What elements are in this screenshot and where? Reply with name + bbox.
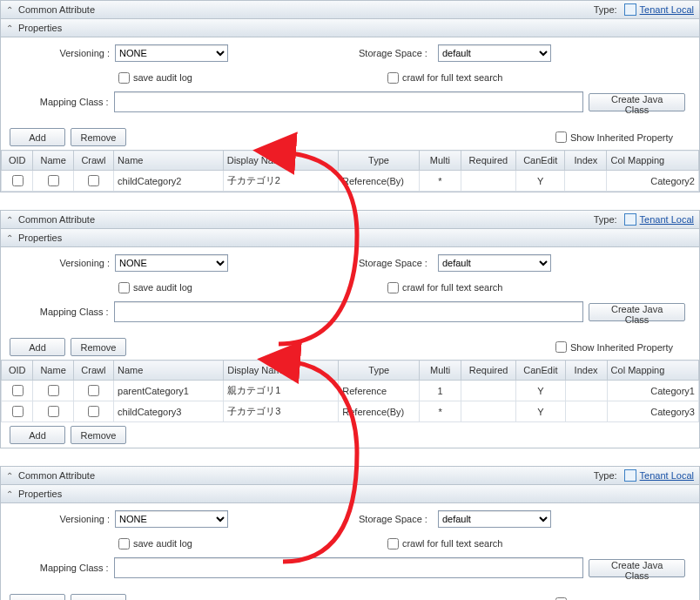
- col-header[interactable]: Crawl: [73, 151, 113, 171]
- form-area: Versioning :NONEStorage Space :defaultsa…: [1, 37, 699, 125]
- tenant-local-link[interactable]: Tenant Local: [640, 214, 694, 225]
- col-header[interactable]: Col Mapping: [607, 361, 698, 381]
- col-header[interactable]: OID: [2, 361, 33, 381]
- collapse-icon[interactable]: ⌃: [6, 24, 13, 33]
- mapping-label: Mapping Class :: [10, 563, 114, 573]
- versioning-label: Versioning :: [10, 48, 115, 58]
- col-header[interactable]: OID: [2, 151, 33, 171]
- crawl-checkbox[interactable]: [387, 72, 399, 84]
- tenant-local-link[interactable]: Tenant Local: [640, 4, 694, 15]
- col-header[interactable]: Name: [114, 361, 224, 381]
- collapse-icon[interactable]: ⌃: [6, 215, 13, 225]
- crawl-cell-checkbox[interactable]: [88, 175, 99, 186]
- common-attribute-bar[interactable]: ⌃Common AttributeType:Tenant Local: [1, 211, 699, 229]
- remove-button[interactable]: Remove: [71, 594, 126, 600]
- col-header[interactable]: Required: [461, 151, 515, 171]
- collapse-icon[interactable]: ⌃: [6, 489, 13, 499]
- add-button[interactable]: Add: [10, 426, 65, 444]
- common-attribute-bar[interactable]: ⌃Common AttributeType:Tenant Local: [1, 1, 699, 19]
- name-checkbox[interactable]: [48, 406, 59, 417]
- properties-bar[interactable]: ⌃Properties: [1, 229, 699, 247]
- mapping-input[interactable]: [114, 301, 584, 322]
- save-audit-field[interactable]: save audit log: [115, 280, 192, 296]
- col-header[interactable]: Name: [33, 361, 73, 381]
- col-header[interactable]: Col Mapping: [607, 151, 699, 171]
- create-java-button[interactable]: Create Java Class: [589, 93, 685, 111]
- oid-checkbox[interactable]: [12, 406, 24, 417]
- tenant-local-link[interactable]: Tenant Local: [640, 470, 694, 481]
- create-java-button[interactable]: Create Java Class: [589, 303, 685, 321]
- storage-select[interactable]: default: [438, 44, 551, 62]
- crawl-field[interactable]: crawl for full text search: [384, 536, 503, 552]
- crawl-checkbox[interactable]: [387, 538, 399, 549]
- col-header[interactable]: CanEdit: [516, 151, 565, 171]
- type-label: Type:: [594, 4, 617, 15]
- name-checkbox[interactable]: [48, 175, 59, 186]
- cell-index: [565, 171, 607, 192]
- col-header[interactable]: Index: [565, 361, 607, 381]
- crawl-label: crawl for full text search: [402, 282, 503, 293]
- col-header[interactable]: CanEdit: [516, 361, 565, 381]
- mapping-input[interactable]: [114, 91, 584, 112]
- inherit-checkbox[interactable]: [555, 131, 567, 143]
- col-header[interactable]: Name: [114, 151, 224, 171]
- table-row[interactable]: parentCategory1親カテゴリ1Reference1YCategory…: [2, 381, 699, 401]
- properties-bar[interactable]: ⌃Properties: [1, 485, 699, 503]
- properties-bar[interactable]: ⌃Properties: [1, 19, 699, 37]
- crawl-field[interactable]: crawl for full text search: [384, 70, 503, 86]
- versioning-select[interactable]: NONE: [115, 510, 228, 528]
- add-button[interactable]: Add: [10, 338, 65, 356]
- cell-canedit: Y: [516, 381, 565, 401]
- inherit-field[interactable]: Show Inherited Property: [552, 339, 673, 355]
- oid-checkbox[interactable]: [12, 385, 24, 396]
- common-attribute-bar[interactable]: ⌃Common AttributeType:Tenant Local: [1, 467, 699, 485]
- table-row[interactable]: childCategory3子カテゴリ3Reference(By)*YCateg…: [2, 401, 699, 422]
- collapse-icon[interactable]: ⌃: [6, 5, 13, 15]
- col-header[interactable]: Index: [565, 151, 607, 171]
- remove-button[interactable]: Remove: [71, 426, 126, 444]
- cell-multi: *: [420, 401, 461, 422]
- col-header[interactable]: Display Name: [223, 151, 338, 171]
- crawl-field[interactable]: crawl for full text search: [384, 280, 503, 296]
- create-java-button[interactable]: Create Java Class: [589, 559, 685, 577]
- col-header[interactable]: Name: [33, 151, 73, 171]
- inherit-field[interactable]: Show Inherited Property: [552, 129, 673, 145]
- crawl-cell-checkbox[interactable]: [88, 406, 99, 417]
- remove-button[interactable]: Remove: [71, 338, 126, 356]
- storage-label: Storage Space :: [359, 514, 433, 524]
- panel: ⌃Common AttributeType:Tenant Local⌃Prope…: [0, 210, 700, 448]
- add-button[interactable]: Add: [10, 128, 65, 146]
- properties-table: OIDNameCrawlNameDisplay NameTypeMultiReq…: [1, 360, 699, 422]
- versioning-select[interactable]: NONE: [115, 254, 228, 272]
- col-header[interactable]: Display Name: [224, 361, 339, 381]
- col-header[interactable]: Multi: [419, 151, 461, 171]
- oid-checkbox[interactable]: [12, 175, 24, 186]
- inherit-checkbox[interactable]: [555, 341, 567, 353]
- collapse-icon[interactable]: ⌃: [6, 233, 13, 243]
- save-audit-checkbox[interactable]: [118, 282, 130, 293]
- storage-select[interactable]: default: [438, 254, 551, 272]
- inherit-field[interactable]: Show Inherited Property: [552, 595, 673, 600]
- common-title: Common Attribute: [18, 4, 95, 15]
- remove-button[interactable]: Remove: [71, 128, 126, 146]
- save-audit-checkbox[interactable]: [118, 538, 130, 549]
- table-row[interactable]: childCategory2子カテゴリ2Reference(By)*YCateg…: [2, 171, 699, 192]
- save-audit-checkbox[interactable]: [118, 72, 130, 84]
- col-header[interactable]: Required: [461, 361, 515, 381]
- storage-select[interactable]: default: [438, 510, 551, 528]
- crawl-cell-checkbox[interactable]: [88, 385, 99, 396]
- col-header[interactable]: Type: [339, 151, 420, 171]
- versioning-select[interactable]: NONE: [115, 44, 228, 62]
- crawl-checkbox[interactable]: [387, 282, 399, 293]
- save-audit-field[interactable]: save audit log: [115, 536, 192, 552]
- collapse-icon[interactable]: ⌃: [6, 471, 13, 481]
- mapping-input[interactable]: [114, 557, 584, 578]
- col-header[interactable]: Crawl: [73, 361, 113, 381]
- add-button[interactable]: Add: [10, 594, 65, 600]
- save-audit-field[interactable]: save audit log: [115, 70, 192, 86]
- versioning-label: Versioning :: [10, 258, 115, 268]
- name-checkbox[interactable]: [48, 385, 59, 396]
- col-header[interactable]: Multi: [420, 361, 461, 381]
- col-header[interactable]: Type: [339, 361, 420, 381]
- doc-icon: [624, 213, 636, 226]
